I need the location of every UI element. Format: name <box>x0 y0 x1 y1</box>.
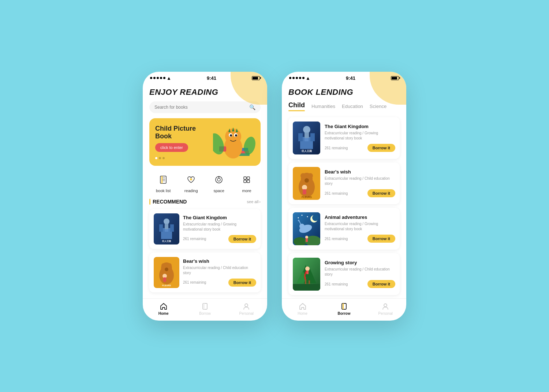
nav-label-home: Home <box>158 311 169 316</box>
borrow-button[interactable]: Borrow it <box>367 235 395 243</box>
borrow-button[interactable]: Borrow it <box>228 279 256 287</box>
tab-science[interactable]: Science <box>370 104 386 111</box>
nav-item-borrow[interactable]: Borrow <box>184 302 225 316</box>
book-footer: 261 remaining Borrow it <box>325 235 395 243</box>
banner-dot-1 <box>155 157 157 159</box>
nav-label-booklist: book list <box>156 188 171 193</box>
svg-point-36 <box>164 219 169 224</box>
see-all-link[interactable]: see all › <box>247 199 261 204</box>
nav-item-more[interactable]: more <box>239 172 254 193</box>
svg-rect-55 <box>310 133 315 141</box>
booklist-icon <box>156 172 171 187</box>
nav-item-home[interactable]: Home <box>282 302 323 316</box>
remaining-count: 261 remaining <box>325 282 348 286</box>
svg-point-92 <box>305 266 310 271</box>
personal-icon <box>381 302 389 310</box>
phone-content: BOOK LENDING Child Humanities Education … <box>282 82 406 321</box>
nav-item-personal[interactable]: Personal <box>226 302 267 316</box>
tab-humanities[interactable]: Humanities <box>311 104 335 111</box>
book-name: Bear's wish <box>183 258 256 264</box>
book-cover-bear: FLEURS <box>293 167 320 200</box>
svg-point-7 <box>230 134 232 137</box>
book-card-growing-story: Growing story Extracurricular reading / … <box>288 253 400 295</box>
book-info: The Giant Kingdom Extracurricular readin… <box>325 124 395 152</box>
space-icon <box>212 172 226 187</box>
book-info: Growing story Extracurricular reading / … <box>325 260 395 288</box>
book-footer: 261 remaining Borrow it <box>325 189 395 197</box>
battery-body <box>391 76 399 80</box>
search-icon: 🔍 <box>249 104 255 110</box>
svg-point-44 <box>165 268 168 271</box>
svg-rect-34 <box>170 224 174 232</box>
nav-item-reading[interactable]: reading <box>184 172 198 193</box>
svg-rect-84 <box>306 238 308 242</box>
signal-dot <box>302 77 305 79</box>
borrow-button[interactable]: Borrow it <box>367 144 395 152</box>
book-info-giant-kingdom: The Giant Kingdom Extracurricular readin… <box>183 215 256 243</box>
nav-item-borrow[interactable]: Borrow <box>323 302 365 316</box>
search-input[interactable] <box>154 105 246 110</box>
borrow-icon <box>201 302 209 310</box>
svg-rect-54 <box>298 133 303 141</box>
category-tabs: Child Humanities Education Science <box>288 101 400 111</box>
nav-label-personal: Personal <box>378 311 393 316</box>
battery-fill <box>253 77 258 79</box>
book-name: The Giant Kingdom <box>183 215 256 220</box>
svg-rect-26 <box>244 177 246 179</box>
book-cover-animal <box>293 212 320 245</box>
nav-item-booklist[interactable]: book list <box>156 172 171 193</box>
svg-rect-28 <box>244 180 246 183</box>
tab-child[interactable]: Child <box>288 101 305 111</box>
quick-nav: book list reading <box>149 172 261 193</box>
book-desc: Extracurricular reading / Growing motiva… <box>325 131 395 141</box>
borrow-button[interactable]: Borrow it <box>367 189 395 197</box>
signal-dot <box>292 77 295 79</box>
signal-dot <box>157 77 159 79</box>
home-icon <box>160 302 168 310</box>
borrow-button[interactable]: Borrow it <box>228 235 256 243</box>
book-info-bears-wish: Bear's wish Extracurricular reading / Ch… <box>183 258 256 287</box>
svg-rect-67 <box>303 189 306 194</box>
tab-education[interactable]: Education <box>342 104 363 111</box>
book-footer: 261 remaining Borrow it <box>183 279 256 287</box>
book-desc: Extracurricular reading / Growing motiva… <box>183 222 256 232</box>
nav-item-space[interactable]: space <box>212 172 226 193</box>
clock: 9:41 <box>346 75 355 81</box>
signal-dot <box>160 77 162 79</box>
svg-point-74 <box>302 214 303 216</box>
svg-rect-96 <box>343 303 344 309</box>
remaining-count: 261 remaining <box>325 191 348 195</box>
recommend-title: RECOMMEND <box>149 199 187 205</box>
nav-label-borrow: Borrow <box>199 311 211 316</box>
svg-point-73 <box>298 217 299 218</box>
phone-content: ENJOY READING 🔍 Child Picture Book click… <box>143 82 267 321</box>
clock: 9:41 <box>207 75 216 81</box>
book-name: Growing story <box>325 260 395 265</box>
signal-dot <box>289 77 291 79</box>
banner-button[interactable]: click to enter <box>155 143 188 152</box>
battery-indicator <box>391 76 399 80</box>
book-info: Bear's wish Extracurricular reading / Ch… <box>325 169 395 197</box>
bottom-nav-right: Home Borrow Personal <box>282 298 406 321</box>
signal-dot <box>296 77 298 79</box>
book-desc: Extracurricular reading / Growing motiva… <box>325 221 395 232</box>
svg-rect-95 <box>342 303 346 309</box>
svg-point-72 <box>312 214 319 221</box>
signal-dot <box>163 77 165 79</box>
book-desc: Extracurricular reading / Child educatio… <box>325 176 395 186</box>
remaining-count: 261 remaining <box>183 237 206 241</box>
nav-item-personal[interactable]: Personal <box>365 302 406 316</box>
svg-point-83 <box>305 236 308 239</box>
svg-rect-58 <box>305 132 309 138</box>
nav-item-home[interactable]: Home <box>143 302 184 316</box>
banner-title: Child Picture Book <box>155 125 206 141</box>
book-footer: 261 remaining Borrow it <box>183 235 256 243</box>
svg-rect-48 <box>203 303 207 309</box>
svg-point-22 <box>190 178 192 180</box>
banner-dots <box>155 157 165 159</box>
battery-indicator <box>252 76 260 80</box>
book-name: Animal adventures <box>325 214 395 220</box>
search-bar[interactable]: 🔍 <box>149 101 261 113</box>
nav-label-personal: Personal <box>239 311 254 316</box>
borrow-button[interactable]: Borrow it <box>367 280 395 288</box>
